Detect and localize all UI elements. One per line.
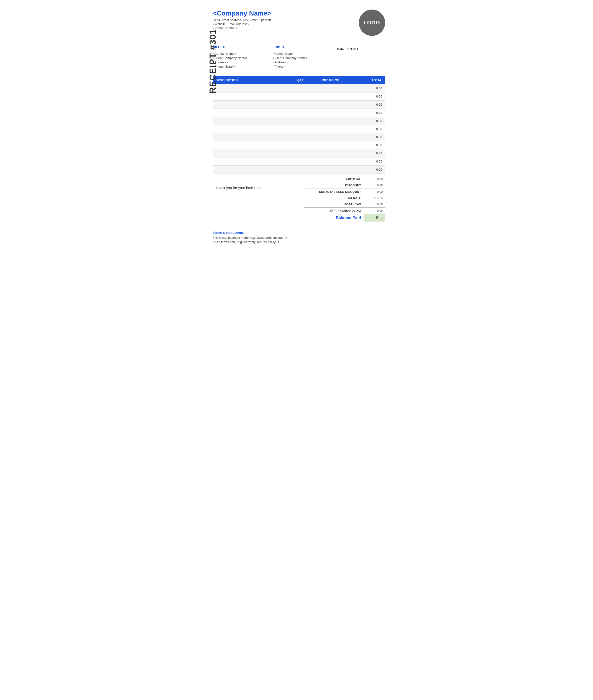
row-qty: [290, 101, 311, 109]
discount-label: DISCOUNT: [304, 182, 364, 189]
row-description: [213, 84, 290, 92]
bill-to-label: BILL TO: [213, 45, 273, 50]
company-website-email: <Website, Email Address>: [213, 22, 272, 26]
terms-line-1: <How was payment made, e.g: cash, card, …: [213, 236, 385, 239]
table-row: 0.00: [213, 84, 385, 92]
subtotal-label: SUBTOTAL: [304, 176, 364, 182]
table-row: 0.00: [213, 101, 385, 109]
ship-phone: <Phone>: [273, 65, 332, 68]
row-description: [213, 109, 290, 117]
ship-address: <Address>: [273, 60, 332, 64]
thank-you-message: Thank you for your business!: [213, 176, 262, 190]
company-address: <123 Street Address, City, State, Zip/Po…: [213, 18, 272, 22]
tax-rate-label: TAX RATE: [304, 195, 364, 201]
row-unit-price: [311, 158, 349, 166]
balance-label: Balance Paid: [304, 214, 364, 222]
company-info: <Company Name> <123 Street Address, City…: [213, 9, 272, 30]
row-qty: [290, 149, 311, 158]
table-row: 0.00: [213, 141, 385, 149]
row-qty: [290, 166, 311, 174]
bill-contact: <Contact Name>: [213, 52, 273, 55]
row-qty: [290, 141, 311, 149]
shipping-value: 0.00: [364, 208, 385, 214]
col-header-description: DESCRIPTION: [213, 76, 290, 84]
row-qty: [290, 84, 311, 92]
row-description: [213, 125, 290, 133]
table-header-row: DESCRIPTION QTY UNIT PRICE TOTAL: [213, 76, 385, 84]
total-tax-value: 0.00: [364, 201, 385, 208]
bill-company: <Client Company Name>: [213, 56, 273, 60]
subtotal-less-discount-row: SUBTOTAL LESS DISCOUNT 0.00: [304, 189, 385, 195]
row-qty: [290, 158, 311, 166]
row-description: [213, 133, 290, 141]
items-table: DESCRIPTION QTY UNIT PRICE TOTAL 0.00 0.…: [213, 76, 385, 174]
row-unit-price: [311, 125, 349, 133]
bill-address: <Address>: [213, 60, 273, 64]
ship-to-block: SHIP TO <Name / Dept> <Client Company Na…: [273, 45, 332, 69]
table-row: 0.00: [213, 117, 385, 125]
row-unit-price: [311, 92, 349, 101]
row-description: [213, 101, 290, 109]
table-row: 0.00: [213, 149, 385, 158]
terms-section: Terms & Instructions <How was payment ma…: [213, 229, 385, 244]
total-tax-row: TOTAL TAX 0.00: [304, 201, 385, 208]
discount-row: DISCOUNT 0.00: [304, 182, 385, 189]
row-total: 0.00: [349, 92, 385, 101]
totals-section: Thank you for your business! SUBTOTAL 0.…: [213, 176, 385, 222]
row-description: [213, 117, 290, 125]
row-total: 0.00: [349, 117, 385, 125]
terms-title: Terms & Instructions: [213, 231, 385, 234]
billing-section: BILL TO <Contact Name> <Client Company N…: [213, 45, 385, 69]
row-qty: [290, 117, 311, 125]
row-total: 0.00: [349, 84, 385, 92]
col-header-qty: QTY: [290, 76, 311, 84]
receipt-label: RECEIPT #301: [208, 41, 218, 93]
total-tax-label: TOTAL TAX: [304, 201, 364, 208]
subtotal-value: 0.00: [364, 176, 385, 182]
row-qty: [290, 109, 311, 117]
terms-line-2: <Add terms here, e.g: warranty, returns …: [213, 240, 385, 244]
ship-to-label: SHIP TO: [273, 45, 332, 50]
subtotal-less-discount-label: SUBTOTAL LESS DISCOUNT: [304, 189, 364, 195]
row-qty: [290, 92, 311, 101]
balance-amount: -: [381, 216, 383, 220]
table-row: 0.00: [213, 133, 385, 141]
date-label: Date: [337, 47, 344, 51]
row-description: [213, 92, 290, 101]
row-description: [213, 166, 290, 174]
col-header-unit-price: UNIT PRICE: [311, 76, 349, 84]
bill-phone-email: <Phone, Email>: [213, 65, 273, 68]
table-row: 0.00: [213, 166, 385, 174]
company-logo: LOGO: [359, 9, 385, 36]
bill-to-block: BILL TO <Contact Name> <Client Company N…: [213, 45, 273, 69]
shipping-label: SHIPPING/HANDLING: [304, 208, 364, 214]
row-total: 0.00: [349, 149, 385, 158]
table-row: 0.00: [213, 109, 385, 117]
balance-value: $ -: [364, 214, 385, 222]
date-value: 11/11/11: [346, 47, 359, 51]
discount-value: 0.00: [364, 182, 385, 189]
row-unit-price: [311, 166, 349, 174]
row-total: 0.00: [349, 101, 385, 109]
row-qty: [290, 125, 311, 133]
row-total: 0.00: [349, 141, 385, 149]
tax-rate-value: 0.00%: [364, 195, 385, 201]
row-total: 0.00: [349, 158, 385, 166]
row-total: 0.00: [349, 166, 385, 174]
header: <Company Name> <123 Street Address, City…: [213, 9, 385, 36]
receipt-page: RECEIPT #301 <Company Name> <123 Street …: [194, 0, 399, 254]
totals-table: SUBTOTAL 0.00 DISCOUNT 0.00 SUBTOTAL LES…: [304, 176, 385, 222]
row-unit-price: [311, 133, 349, 141]
ship-name-dept: <Name / Dept>: [273, 52, 332, 55]
table-row: 0.00: [213, 125, 385, 133]
row-unit-price: [311, 149, 349, 158]
ship-company: <Client Company Name>: [273, 56, 332, 60]
row-unit-price: [311, 109, 349, 117]
date-block: Date 11/11/11: [332, 45, 385, 69]
row-unit-price: [311, 117, 349, 125]
row-qty: [290, 133, 311, 141]
company-phone: <Phone Number>: [213, 26, 272, 30]
row-unit-price: [311, 84, 349, 92]
col-header-total: TOTAL: [349, 76, 385, 84]
tax-rate-row: TAX RATE 0.00%: [304, 195, 385, 201]
